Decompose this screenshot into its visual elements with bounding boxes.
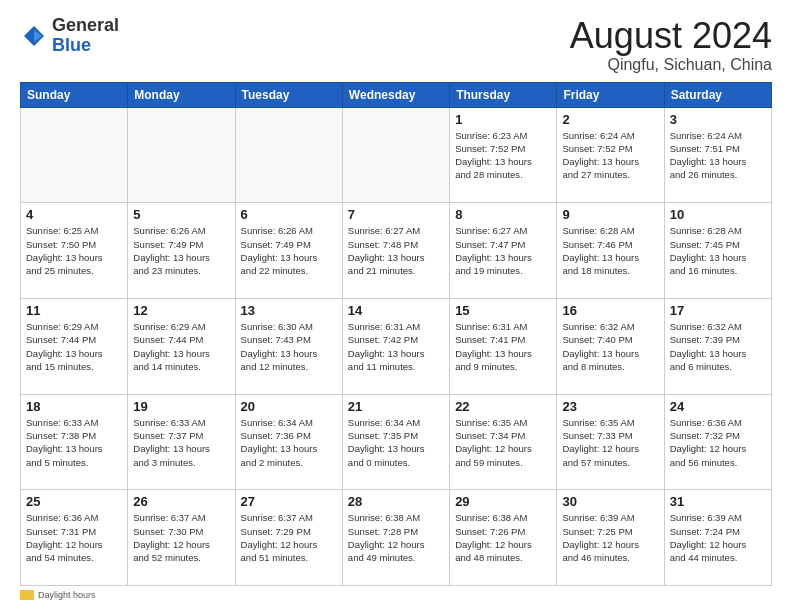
calendar-header-thursday: Thursday xyxy=(450,82,557,107)
day-info: Sunrise: 6:28 AM Sunset: 7:46 PM Dayligh… xyxy=(562,224,658,277)
logo-general: General xyxy=(52,15,119,35)
day-number: 8 xyxy=(455,207,551,222)
calendar-cell: 22Sunrise: 6:35 AM Sunset: 7:34 PM Dayli… xyxy=(450,394,557,490)
calendar-cell: 2Sunrise: 6:24 AM Sunset: 7:52 PM Daylig… xyxy=(557,107,664,203)
calendar-cell: 12Sunrise: 6:29 AM Sunset: 7:44 PM Dayli… xyxy=(128,298,235,394)
day-info: Sunrise: 6:39 AM Sunset: 7:24 PM Dayligh… xyxy=(670,511,766,564)
logo: General Blue xyxy=(20,16,119,56)
calendar-cell: 6Sunrise: 6:26 AM Sunset: 7:49 PM Daylig… xyxy=(235,203,342,299)
day-info: Sunrise: 6:26 AM Sunset: 7:49 PM Dayligh… xyxy=(133,224,229,277)
calendar-cell xyxy=(128,107,235,203)
calendar-week-2: 4Sunrise: 6:25 AM Sunset: 7:50 PM Daylig… xyxy=(21,203,772,299)
subtitle: Qingfu, Sichuan, China xyxy=(570,56,772,74)
day-info: Sunrise: 6:39 AM Sunset: 7:25 PM Dayligh… xyxy=(562,511,658,564)
calendar-cell: 31Sunrise: 6:39 AM Sunset: 7:24 PM Dayli… xyxy=(664,490,771,586)
page: General Blue August 2024 Qingfu, Sichuan… xyxy=(0,0,792,612)
daylight-legend: Daylight hours xyxy=(20,590,96,600)
calendar-cell: 30Sunrise: 6:39 AM Sunset: 7:25 PM Dayli… xyxy=(557,490,664,586)
calendar-cell xyxy=(342,107,449,203)
day-number: 23 xyxy=(562,399,658,414)
calendar-header-monday: Monday xyxy=(128,82,235,107)
day-info: Sunrise: 6:25 AM Sunset: 7:50 PM Dayligh… xyxy=(26,224,122,277)
calendar-cell: 15Sunrise: 6:31 AM Sunset: 7:41 PM Dayli… xyxy=(450,298,557,394)
day-info: Sunrise: 6:35 AM Sunset: 7:33 PM Dayligh… xyxy=(562,416,658,469)
calendar-cell: 8Sunrise: 6:27 AM Sunset: 7:47 PM Daylig… xyxy=(450,203,557,299)
day-number: 1 xyxy=(455,112,551,127)
logo-icon xyxy=(20,22,48,50)
logo-text: General Blue xyxy=(52,16,119,56)
calendar-cell: 7Sunrise: 6:27 AM Sunset: 7:48 PM Daylig… xyxy=(342,203,449,299)
calendar-cell: 25Sunrise: 6:36 AM Sunset: 7:31 PM Dayli… xyxy=(21,490,128,586)
day-number: 29 xyxy=(455,494,551,509)
header: General Blue August 2024 Qingfu, Sichuan… xyxy=(20,16,772,74)
day-number: 2 xyxy=(562,112,658,127)
calendar-cell xyxy=(235,107,342,203)
calendar-header-friday: Friday xyxy=(557,82,664,107)
main-title: August 2024 xyxy=(570,16,772,56)
calendar-cell: 26Sunrise: 6:37 AM Sunset: 7:30 PM Dayli… xyxy=(128,490,235,586)
calendar-cell: 20Sunrise: 6:34 AM Sunset: 7:36 PM Dayli… xyxy=(235,394,342,490)
day-number: 27 xyxy=(241,494,337,509)
day-info: Sunrise: 6:27 AM Sunset: 7:48 PM Dayligh… xyxy=(348,224,444,277)
day-info: Sunrise: 6:27 AM Sunset: 7:47 PM Dayligh… xyxy=(455,224,551,277)
calendar-week-5: 25Sunrise: 6:36 AM Sunset: 7:31 PM Dayli… xyxy=(21,490,772,586)
calendar-week-1: 1Sunrise: 6:23 AM Sunset: 7:52 PM Daylig… xyxy=(21,107,772,203)
logo-blue: Blue xyxy=(52,35,91,55)
calendar-cell: 9Sunrise: 6:28 AM Sunset: 7:46 PM Daylig… xyxy=(557,203,664,299)
footer: Daylight hours xyxy=(20,590,772,600)
calendar-header-saturday: Saturday xyxy=(664,82,771,107)
day-number: 15 xyxy=(455,303,551,318)
day-info: Sunrise: 6:24 AM Sunset: 7:51 PM Dayligh… xyxy=(670,129,766,182)
daylight-bar-icon xyxy=(20,590,34,600)
calendar-cell: 29Sunrise: 6:38 AM Sunset: 7:26 PM Dayli… xyxy=(450,490,557,586)
day-number: 16 xyxy=(562,303,658,318)
day-info: Sunrise: 6:28 AM Sunset: 7:45 PM Dayligh… xyxy=(670,224,766,277)
day-info: Sunrise: 6:36 AM Sunset: 7:32 PM Dayligh… xyxy=(670,416,766,469)
calendar-cell: 10Sunrise: 6:28 AM Sunset: 7:45 PM Dayli… xyxy=(664,203,771,299)
calendar-cell: 14Sunrise: 6:31 AM Sunset: 7:42 PM Dayli… xyxy=(342,298,449,394)
day-number: 21 xyxy=(348,399,444,414)
calendar-cell: 5Sunrise: 6:26 AM Sunset: 7:49 PM Daylig… xyxy=(128,203,235,299)
calendar-week-4: 18Sunrise: 6:33 AM Sunset: 7:38 PM Dayli… xyxy=(21,394,772,490)
day-info: Sunrise: 6:38 AM Sunset: 7:28 PM Dayligh… xyxy=(348,511,444,564)
calendar-cell: 28Sunrise: 6:38 AM Sunset: 7:28 PM Dayli… xyxy=(342,490,449,586)
calendar-cell: 21Sunrise: 6:34 AM Sunset: 7:35 PM Dayli… xyxy=(342,394,449,490)
day-number: 20 xyxy=(241,399,337,414)
day-number: 4 xyxy=(26,207,122,222)
calendar-cell: 3Sunrise: 6:24 AM Sunset: 7:51 PM Daylig… xyxy=(664,107,771,203)
day-number: 17 xyxy=(670,303,766,318)
calendar-header-tuesday: Tuesday xyxy=(235,82,342,107)
day-number: 11 xyxy=(26,303,122,318)
day-number: 18 xyxy=(26,399,122,414)
day-number: 22 xyxy=(455,399,551,414)
day-info: Sunrise: 6:29 AM Sunset: 7:44 PM Dayligh… xyxy=(133,320,229,373)
day-number: 25 xyxy=(26,494,122,509)
calendar-cell: 11Sunrise: 6:29 AM Sunset: 7:44 PM Dayli… xyxy=(21,298,128,394)
day-info: Sunrise: 6:30 AM Sunset: 7:43 PM Dayligh… xyxy=(241,320,337,373)
day-info: Sunrise: 6:38 AM Sunset: 7:26 PM Dayligh… xyxy=(455,511,551,564)
calendar-cell xyxy=(21,107,128,203)
calendar-cell: 17Sunrise: 6:32 AM Sunset: 7:39 PM Dayli… xyxy=(664,298,771,394)
day-info: Sunrise: 6:37 AM Sunset: 7:29 PM Dayligh… xyxy=(241,511,337,564)
day-number: 26 xyxy=(133,494,229,509)
calendar-header-sunday: Sunday xyxy=(21,82,128,107)
day-number: 19 xyxy=(133,399,229,414)
day-info: Sunrise: 6:34 AM Sunset: 7:36 PM Dayligh… xyxy=(241,416,337,469)
day-info: Sunrise: 6:29 AM Sunset: 7:44 PM Dayligh… xyxy=(26,320,122,373)
day-info: Sunrise: 6:31 AM Sunset: 7:41 PM Dayligh… xyxy=(455,320,551,373)
calendar-cell: 13Sunrise: 6:30 AM Sunset: 7:43 PM Dayli… xyxy=(235,298,342,394)
day-number: 6 xyxy=(241,207,337,222)
day-number: 7 xyxy=(348,207,444,222)
daylight-label: Daylight hours xyxy=(38,590,96,600)
day-info: Sunrise: 6:34 AM Sunset: 7:35 PM Dayligh… xyxy=(348,416,444,469)
calendar-cell: 24Sunrise: 6:36 AM Sunset: 7:32 PM Dayli… xyxy=(664,394,771,490)
calendar-cell: 27Sunrise: 6:37 AM Sunset: 7:29 PM Dayli… xyxy=(235,490,342,586)
calendar-header-wednesday: Wednesday xyxy=(342,82,449,107)
calendar-cell: 19Sunrise: 6:33 AM Sunset: 7:37 PM Dayli… xyxy=(128,394,235,490)
day-info: Sunrise: 6:33 AM Sunset: 7:38 PM Dayligh… xyxy=(26,416,122,469)
day-number: 13 xyxy=(241,303,337,318)
calendar-cell: 16Sunrise: 6:32 AM Sunset: 7:40 PM Dayli… xyxy=(557,298,664,394)
day-number: 9 xyxy=(562,207,658,222)
calendar-cell: 4Sunrise: 6:25 AM Sunset: 7:50 PM Daylig… xyxy=(21,203,128,299)
day-number: 24 xyxy=(670,399,766,414)
